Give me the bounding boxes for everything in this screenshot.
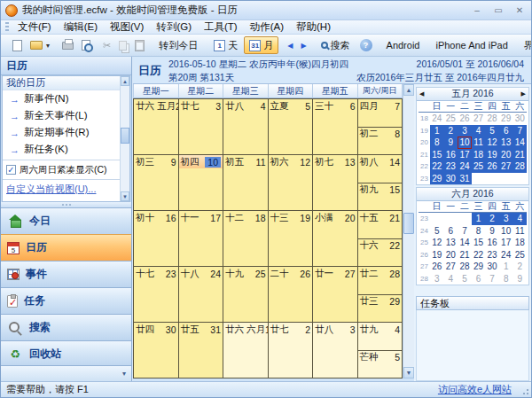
sidebar-panel-scrollbar[interactable]: ▲ ▼ [120, 76, 129, 201]
mini-day-cell[interactable]: 3 [499, 213, 513, 225]
mini-day-cell[interactable]: 11 [472, 137, 486, 149]
sidebar-link-new-allday-event[interactable]: →新全天事件(L) [3, 107, 129, 124]
chevron-down-icon[interactable]: ▾ [122, 370, 126, 378]
mini-day-cell[interactable]: 1 [472, 213, 486, 225]
sidebar-nav-search[interactable]: 搜索 [1, 314, 131, 340]
calendar-day-cell[interactable]: 十七23 [134, 267, 178, 322]
scroll-down-icon[interactable]: ▼ [121, 191, 129, 201]
mini-day-cell[interactable]: 30 [512, 113, 527, 125]
calendar-scrollbar[interactable]: ▲ ▼ [403, 84, 414, 378]
calendar-day-cell[interactable]: 三十6 [312, 99, 357, 154]
mini-day-cell[interactable]: 12 [485, 137, 499, 149]
mini-day-cell[interactable]: 7 [458, 225, 472, 238]
calendar-day-cell[interactable]: 十一17 [178, 211, 223, 266]
scroll-down-icon[interactable]: ▼ [403, 367, 414, 378]
calendar-day-cell[interactable]: 廿三29 [358, 294, 403, 323]
calendar-day-cell[interactable]: 初十16 [134, 211, 178, 266]
day-view-button[interactable]: 1天 [208, 36, 243, 54]
menu-item-goto[interactable]: 转到(G) [150, 20, 198, 34]
mini-day-cell[interactable]: 5 [458, 273, 472, 285]
task-panel-header[interactable]: 任务板 [416, 296, 529, 310]
month-view-button[interactable]: 31月 [244, 36, 278, 54]
mini-day-cell[interactable]: 4 [472, 125, 486, 137]
calendar-day-cell[interactable]: 十八24 [178, 267, 223, 322]
next-period-button[interactable]: ▶ [297, 36, 309, 54]
mini-day-cell[interactable]: 9 [512, 273, 527, 285]
mini-day-cell[interactable]: 23 [444, 160, 458, 173]
mini-day-cell[interactable]: 24 [458, 160, 472, 173]
mini-day-cell[interactable]: 26 [485, 160, 499, 173]
menu-item-tools[interactable]: 工具(T) [198, 20, 244, 34]
mini-day-cell[interactable]: 6 [444, 225, 458, 238]
open-button[interactable]: ▾ [27, 36, 53, 54]
sidebar-nav-events[interactable]: 事件 [1, 261, 131, 287]
mini-day-cell[interactable]: 6 [472, 273, 486, 285]
calendar-day-cell[interactable]: 廿八4 [223, 99, 268, 154]
mini-day-cell[interactable]: 27 [472, 113, 486, 125]
mini-day-cell[interactable]: 9 [444, 137, 458, 149]
mini-day-cell[interactable]: 12 [430, 237, 444, 249]
new-button[interactable] [9, 36, 26, 54]
menu-item-edit[interactable]: 编辑(E) [58, 20, 104, 34]
mini-day-cell[interactable]: 8 [499, 273, 513, 285]
calendar-day-cell[interactable]: 廿八3 [312, 323, 357, 378]
mini-day-cell[interactable]: 2 [512, 261, 527, 273]
menu-item-file[interactable]: 文件(F) [12, 20, 58, 34]
calendar-day-cell[interactable]: 立夏5 [268, 99, 313, 154]
mini-day-cell[interactable]: 31 [458, 173, 472, 185]
help-button[interactable]: ? [356, 36, 376, 54]
mini-day-cell[interactable]: 9 [485, 225, 499, 238]
mini-day-cell[interactable]: 20 [444, 249, 458, 261]
calendar-day-cell[interactable]: 初七13 [312, 155, 357, 210]
mini-day-cell[interactable]: 30 [485, 261, 499, 273]
calendar-day-cell[interactable]: 廿一27 [312, 267, 357, 322]
nav-options-strip[interactable]: ▾ [1, 365, 131, 381]
mini-day-cell[interactable]: 4 [512, 213, 527, 225]
mini-day-cell[interactable]: 5 [485, 125, 499, 137]
print-button[interactable] [59, 36, 77, 54]
menu-item-help[interactable]: 帮助(H) [290, 20, 337, 34]
calendar-day-cell[interactable]: 廿六五月2 [134, 99, 178, 154]
compact-weekend-checkbox-row[interactable]: ✓ 周六周日紧凑显示(C) [3, 162, 129, 177]
mini-day-cell[interactable]: 8 [430, 137, 444, 149]
website-link[interactable]: 访问高效e人网站 [438, 383, 512, 396]
search-button[interactable]: 搜索 [316, 36, 356, 54]
mini-day-cell[interactable]: 5 [430, 225, 444, 238]
mini-day-cell[interactable]: 2 [485, 213, 499, 225]
calendar-day-cell[interactable]: 廿七2 [268, 323, 313, 378]
mini-day-cell[interactable]: 30 [444, 173, 458, 185]
mini-day-cell[interactable]: 29 [430, 173, 444, 185]
mini-day-cell[interactable]: 23 [485, 249, 499, 261]
mini-day-cell[interactable]: 7 [512, 125, 527, 137]
mini-day-cell[interactable]: 25 [472, 160, 486, 173]
sidebar-link-new-recurring-event[interactable]: →新定期事件(R) [3, 124, 129, 141]
mini-day-cell[interactable]: 26 [430, 261, 444, 273]
sidebar-link-new-event[interactable]: →新事件(N) [3, 90, 129, 107]
mini-day-cell[interactable]: 21 [458, 249, 472, 261]
calendar-day-cell[interactable]: 初五11 [223, 155, 268, 210]
mini-day-cell[interactable]: 26 [458, 113, 472, 125]
mini-day-cell[interactable]: 17 [499, 237, 513, 249]
ui-style-button[interactable]: 界面风格▾ [519, 36, 532, 54]
sidebar-nav-recycle[interactable]: ♻回收站 [1, 340, 131, 367]
mini-day-cell[interactable]: 19 [485, 149, 499, 161]
calendar-day-cell[interactable]: 廿四30 [134, 323, 178, 378]
goto-today-button[interactable]: 转到今日 [153, 36, 203, 54]
mini-day-cell[interactable]: 14 [512, 137, 527, 149]
mini-day-cell[interactable]: 21 [512, 149, 527, 161]
mini-day-cell[interactable]: 22 [472, 249, 486, 261]
mini-day-cell[interactable]: 16 [485, 237, 499, 249]
calendar-day-cell[interactable]: 初六12 [268, 155, 313, 210]
iphone-button[interactable]: iPhone And iPad [430, 36, 512, 54]
calendar-day-cell[interactable]: 廿六六月1 [223, 323, 268, 378]
calendar-day-cell[interactable]: 十六22 [358, 238, 403, 267]
sidebar-nav-today[interactable]: 今日 [1, 207, 131, 234]
calendar-day-cell[interactable]: 小满20 [312, 211, 357, 266]
mini-day-cell[interactable]: 2 [444, 125, 458, 137]
calendar-day-cell[interactable]: 初九15 [358, 183, 403, 211]
mini-day-cell[interactable]: 7 [485, 273, 499, 285]
sidebar-nav-calendar[interactable]: 日历 [1, 234, 131, 261]
menu-item-view[interactable]: 视图(V) [104, 20, 150, 34]
calendar-day-cell[interactable]: 廿九4 [358, 323, 403, 350]
menu-item-actions[interactable]: 动作(A) [244, 20, 290, 34]
